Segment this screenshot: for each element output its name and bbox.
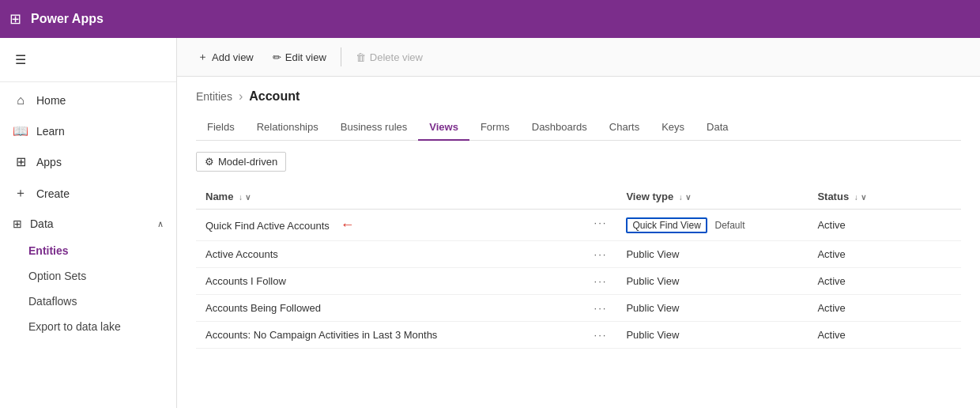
tab-keys[interactable]: Keys — [650, 115, 695, 141]
sidebar-data-left: ⊞ Data — [13, 217, 54, 230]
tab-views[interactable]: Views — [418, 115, 469, 141]
row-3-name-cell: Accounts Being Followed ··· — [196, 295, 616, 322]
row-3-type: Public View — [616, 295, 808, 322]
delete-icon: 🗑 — [356, 51, 366, 63]
row-4-status: Active — [808, 322, 961, 349]
row-4-actions[interactable]: ··· — [594, 329, 608, 341]
tab-business-rules[interactable]: Business rules — [330, 115, 419, 141]
edit-view-label: Edit view — [285, 51, 326, 63]
sidebar-sub-option-sets-label: Option Sets — [28, 270, 86, 282]
sidebar-sub-entities-label: Entities — [28, 244, 69, 257]
sidebar-hamburger-area: ☰ — [0, 38, 176, 82]
row-0-status: Active — [808, 210, 961, 241]
row-2-actions[interactable]: ··· — [594, 275, 608, 287]
grid-icon[interactable]: ⊞ — [9, 10, 21, 28]
row-3-name[interactable]: Accounts Being Followed — [205, 302, 321, 314]
sidebar-item-learn-label: Learn — [36, 125, 65, 138]
breadcrumb-parent[interactable]: Entities — [196, 90, 232, 103]
sidebar-item-create-label: Create — [36, 187, 70, 200]
row-3-status: Active — [808, 295, 961, 322]
row-1-actions[interactable]: ··· — [594, 248, 608, 260]
apps-icon: ⊞ — [13, 154, 28, 169]
sidebar-item-data-label: Data — [30, 217, 54, 230]
model-driven-button[interactable]: ⚙ Model-driven — [196, 152, 286, 172]
chevron-up-icon: ∧ — [157, 219, 164, 229]
sidebar-item-apps[interactable]: ⊞ Apps — [0, 146, 176, 177]
row-2-name-cell: Accounts I Follow ··· — [196, 268, 616, 295]
sidebar-nav: ⌂ Home 📖 Learn ⊞ Apps ＋ Create ⊞ Data — [0, 82, 176, 342]
row-0-type-cell: Quick Find View Default — [616, 210, 808, 241]
delete-view-label: Delete view — [370, 51, 423, 63]
top-bar: ⊞ Power Apps — [0, 0, 980, 38]
row-1-type: Public View — [616, 241, 808, 268]
row-1-name-cell: Active Accounts ··· — [196, 241, 616, 268]
sidebar-item-create[interactable]: ＋ Create — [0, 177, 176, 210]
view-type-sort-icon: ↓ ∨ — [679, 193, 691, 202]
row-2-status: Active — [808, 268, 961, 295]
model-driven-icon: ⚙ — [205, 156, 214, 168]
table-row: Quick Find Active Accounts ← ··· Quick F… — [196, 210, 961, 241]
main-content: ＋ Add view ✏ Edit view 🗑 Delete view Ent… — [177, 38, 980, 408]
app-title: Power Apps — [31, 12, 104, 26]
data-icon: ⊞ — [13, 217, 22, 230]
add-view-label: Add view — [212, 51, 254, 63]
status-sort-icon: ↓ ∨ — [854, 193, 866, 202]
tab-fields[interactable]: Fields — [196, 115, 246, 141]
col-header-view-type[interactable]: View type ↓ ∨ — [616, 184, 808, 210]
hamburger-icon: ☰ — [13, 52, 28, 67]
sidebar-sub-item-export[interactable]: Export to data lake — [0, 314, 176, 339]
sidebar-item-home-label: Home — [36, 94, 66, 107]
row-0-default-label: Default — [715, 220, 745, 231]
row-0-actions[interactable]: ··· — [594, 217, 608, 229]
edit-icon: ✏ — [273, 51, 281, 63]
row-2-type: Public View — [616, 268, 808, 295]
edit-view-button[interactable]: ✏ Edit view — [265, 47, 334, 67]
toolbar: ＋ Add view ✏ Edit view 🗑 Delete view — [177, 38, 980, 77]
row-4-type: Public View — [616, 322, 808, 349]
toolbar-divider-1 — [341, 47, 341, 66]
breadcrumb-current: Account — [249, 89, 300, 104]
sidebar: ☰ ⌂ Home 📖 Learn ⊞ Apps ＋ Create — [0, 38, 177, 408]
sidebar-hamburger[interactable]: ☰ — [0, 44, 176, 75]
delete-view-button[interactable]: 🗑 Delete view — [348, 47, 431, 67]
row-4-name[interactable]: Accounts: No Campaign Activities in Last… — [205, 329, 437, 341]
table-row: Active Accounts ··· Public View Active — [196, 241, 961, 268]
row-0-name[interactable]: Quick Find Active Accounts — [205, 220, 330, 232]
views-table: Name ↓ ∨ View type ↓ ∨ Status ↓ ∨ — [196, 184, 961, 349]
col-header-name[interactable]: Name ↓ ∨ — [196, 184, 616, 210]
row-2-name[interactable]: Accounts I Follow — [205, 275, 286, 287]
tab-dashboards[interactable]: Dashboards — [521, 115, 598, 141]
tab-data[interactable]: Data — [695, 115, 739, 141]
table-row: Accounts: No Campaign Activities in Last… — [196, 322, 961, 349]
row-1-status: Active — [808, 241, 961, 268]
entity-tabs: Fields Relationships Business rules View… — [196, 115, 961, 141]
row-0-arrow: ← — [340, 217, 354, 233]
sidebar-sub-dataflows-label: Dataflows — [28, 295, 77, 308]
sidebar-sub-item-entities[interactable]: Entities — [0, 238, 176, 263]
tab-relationships[interactable]: Relationships — [246, 115, 330, 141]
table-row: Accounts I Follow ··· Public View Active — [196, 268, 961, 295]
table-row: Accounts Being Followed ··· Public View … — [196, 295, 961, 322]
sidebar-item-apps-label: Apps — [36, 156, 62, 168]
sidebar-item-data[interactable]: ⊞ Data ∧ — [0, 210, 176, 238]
tab-charts[interactable]: Charts — [598, 115, 650, 141]
sidebar-sub-export-label: Export to data lake — [28, 320, 121, 333]
row-1-name[interactable]: Active Accounts — [205, 248, 278, 260]
col-header-status[interactable]: Status ↓ ∨ — [808, 184, 961, 210]
row-3-actions[interactable]: ··· — [594, 302, 608, 314]
model-driven-label: Model-driven — [218, 156, 277, 168]
sidebar-sub-item-option-sets[interactable]: Option Sets — [0, 263, 176, 289]
sidebar-item-home[interactable]: ⌂ Home — [0, 85, 176, 115]
sidebar-item-learn[interactable]: 📖 Learn — [0, 115, 176, 146]
sidebar-sub-item-dataflows[interactable]: Dataflows — [0, 289, 176, 314]
breadcrumb-separator: › — [239, 89, 243, 104]
home-icon: ⌂ — [13, 93, 28, 108]
add-view-button[interactable]: ＋ Add view — [190, 46, 262, 68]
tab-forms[interactable]: Forms — [469, 115, 521, 141]
row-4-name-cell: Accounts: No Campaign Activities in Last… — [196, 322, 616, 349]
breadcrumb: Entities › Account — [196, 89, 961, 104]
row-0-view-type-badge: Quick Find View — [626, 217, 707, 233]
content-area: Entities › Account Fields Relationships … — [177, 77, 980, 408]
create-icon: ＋ — [13, 185, 28, 202]
add-view-icon: ＋ — [198, 50, 208, 64]
